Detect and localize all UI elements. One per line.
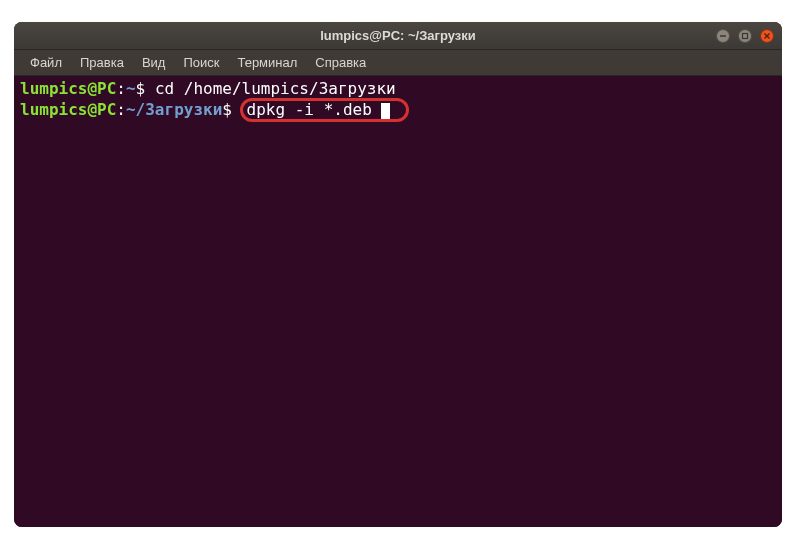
- command-text: dpkg -i *.deb: [247, 100, 372, 119]
- maximize-button[interactable]: [738, 29, 752, 43]
- terminal-area[interactable]: lumpics@PC:~$ cd /home/lumpics/Загрузки …: [14, 76, 782, 527]
- maximize-icon: [741, 32, 749, 40]
- prompt-user: lumpics@PC: [20, 79, 116, 98]
- terminal-line: lumpics@PC:~$ cd /home/lumpics/Загрузки: [20, 80, 776, 98]
- close-button[interactable]: [760, 29, 774, 43]
- close-icon: [763, 32, 771, 40]
- menubar: Файл Правка Вид Поиск Терминал Справка: [14, 50, 782, 76]
- prompt-dollar: $: [222, 100, 241, 119]
- minimize-button[interactable]: [716, 29, 730, 43]
- menu-help[interactable]: Справка: [307, 52, 374, 73]
- menu-terminal[interactable]: Терминал: [229, 52, 305, 73]
- titlebar: lumpics@PC: ~/Загрузки: [14, 22, 782, 50]
- window-controls: [716, 29, 774, 43]
- menu-file[interactable]: Файл: [22, 52, 70, 73]
- prompt-path: ~: [126, 79, 136, 98]
- window-title: lumpics@PC: ~/Загрузки: [320, 28, 476, 43]
- menu-search[interactable]: Поиск: [175, 52, 227, 73]
- highlighted-command: dpkg -i *.deb: [240, 98, 410, 122]
- prompt-user: lumpics@PC: [20, 100, 116, 119]
- command-text: cd /home/lumpics/Загрузки: [155, 79, 396, 98]
- svg-rect-1: [743, 33, 748, 38]
- prompt-path: ~/Загрузки: [126, 100, 222, 119]
- prompt-dollar: $: [136, 79, 155, 98]
- minimize-icon: [719, 32, 727, 40]
- terminal-window: lumpics@PC: ~/Загрузки Файл Правка Вид П…: [14, 22, 782, 527]
- menu-edit[interactable]: Правка: [72, 52, 132, 73]
- prompt-colon: :: [116, 79, 126, 98]
- terminal-line: lumpics@PC:~/Загрузки$ dpkg -i *.deb: [20, 98, 776, 122]
- cursor: [381, 103, 390, 119]
- menu-view[interactable]: Вид: [134, 52, 174, 73]
- prompt-colon: :: [116, 100, 126, 119]
